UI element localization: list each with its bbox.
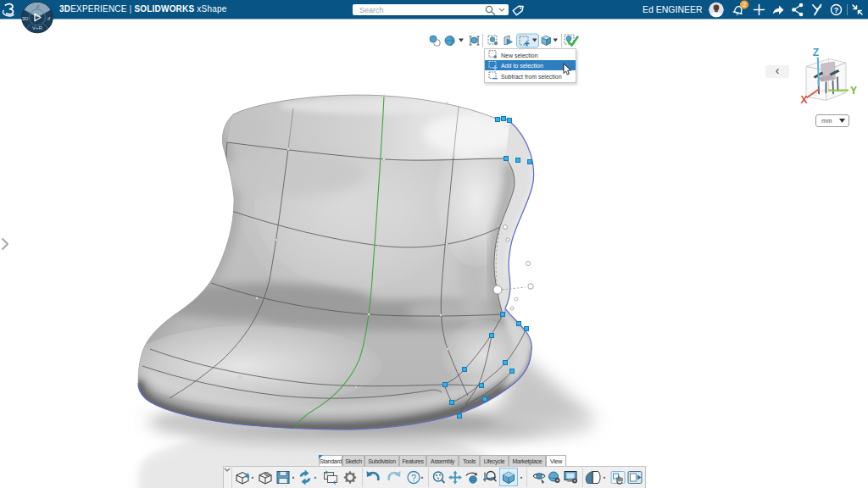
svg-text:?: ? xyxy=(411,473,416,483)
svg-text:Z: Z xyxy=(813,47,819,58)
svg-text://: // xyxy=(36,4,40,9)
svg-text:X: X xyxy=(800,94,807,106)
svg-text:2: 2 xyxy=(743,1,746,8)
svg-text:3D: 3D xyxy=(22,16,29,21)
svg-text:Y: Y xyxy=(850,85,857,97)
svg-text:V+R: V+R xyxy=(32,25,43,30)
svg-text:?: ? xyxy=(834,6,839,14)
